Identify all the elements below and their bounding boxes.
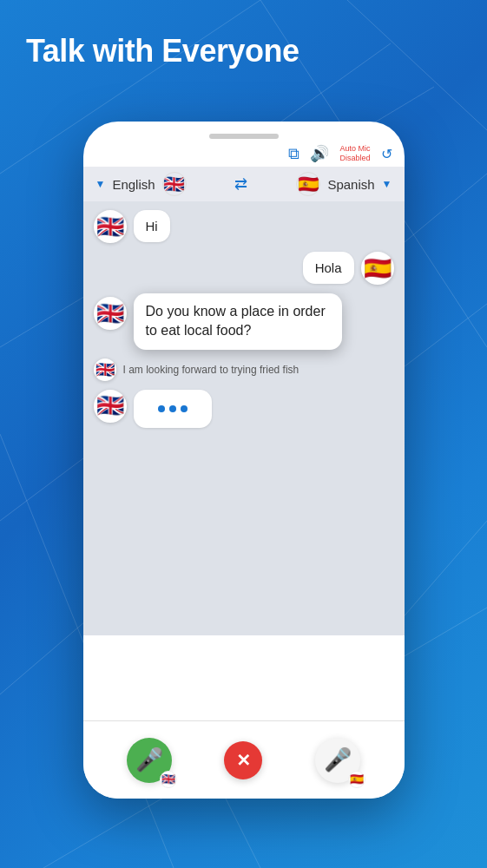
language-bar: ▼ English 🇬🇧 ⇄ 🇪🇸 Spanish ▼ bbox=[83, 167, 405, 201]
page-title: Talk with Everyone bbox=[26, 33, 299, 69]
phone-frame: ⧉ 🔊 Auto Mic Disabled ↺ ▼ English 🇬🇧 ⇄ 🇪… bbox=[83, 122, 405, 799]
dot-1 bbox=[158, 405, 165, 412]
message-text: Hi bbox=[146, 219, 158, 233]
message-text: Do you know a place in order to eat loca… bbox=[146, 304, 326, 338]
dot-2 bbox=[169, 405, 176, 412]
refresh-icon[interactable]: ↺ bbox=[381, 146, 392, 162]
auto-mic-label: Auto Mic Disabled bbox=[339, 144, 370, 163]
source-flag: 🇬🇧 bbox=[162, 172, 187, 196]
table-row: 🇬🇧 Do you know a place in order to eat l… bbox=[94, 293, 394, 350]
source-mic-button[interactable]: 🎤 🇬🇧 bbox=[127, 738, 172, 783]
avatar: 🇬🇧 bbox=[94, 358, 116, 381]
message-bubble-highlight[interactable]: Do you know a place in order to eat loca… bbox=[134, 293, 342, 350]
avatar: 🇬🇧 bbox=[94, 210, 127, 243]
target-language-name: Spanish bbox=[327, 177, 374, 192]
target-language-dropdown[interactable]: Spanish bbox=[327, 177, 374, 192]
source-lang-chevron[interactable]: ▼ bbox=[95, 178, 106, 190]
target-mic-button[interactable]: 🎤 🇪🇸 bbox=[315, 738, 360, 783]
message-text: Hola bbox=[315, 260, 342, 275]
volume-icon[interactable]: 🔊 bbox=[310, 144, 329, 163]
target-flag: 🇪🇸 bbox=[296, 172, 320, 196]
table-row: 🇪🇸 Hola bbox=[94, 252, 394, 285]
phone-toolbar: ⧉ 🔊 Auto Mic Disabled ↺ bbox=[83, 139, 405, 167]
copy-icon[interactable]: ⧉ bbox=[288, 145, 299, 163]
source-language-name: English bbox=[112, 177, 155, 192]
svg-line-9 bbox=[347, 0, 487, 130]
typing-indicator bbox=[146, 398, 200, 419]
swap-icon[interactable]: ⇄ bbox=[194, 174, 290, 194]
typing-bubble bbox=[134, 390, 212, 428]
auto-mic-group: Auto Mic Disabled bbox=[339, 144, 370, 163]
table-row: 🇬🇧 Hi bbox=[94, 210, 394, 243]
mic-icon: 🎤 bbox=[324, 746, 352, 773]
avatar: 🇪🇸 bbox=[361, 252, 394, 285]
target-lang-chevron[interactable]: ▼ bbox=[382, 178, 392, 190]
avatar: 🇬🇧 bbox=[94, 390, 127, 423]
message-bubble[interactable]: Hola bbox=[303, 252, 354, 284]
cancel-button[interactable]: ✕ bbox=[224, 741, 262, 779]
mic-icon: 🎤 bbox=[135, 746, 163, 773]
dot-3 bbox=[181, 405, 188, 412]
sub-message: I am looking forward to trying fried fis… bbox=[123, 364, 299, 376]
target-mic-flag: 🇪🇸 bbox=[348, 771, 365, 788]
typing-row: 🇬🇧 bbox=[94, 390, 394, 428]
avatar: 🇬🇧 bbox=[94, 297, 127, 330]
source-language-dropdown[interactable]: English bbox=[112, 177, 155, 192]
source-mic-flag: 🇬🇧 bbox=[160, 771, 177, 788]
bottom-bar: 🎤 🇬🇧 ✕ 🎤 🇪🇸 bbox=[83, 720, 405, 799]
cancel-icon: ✕ bbox=[236, 750, 251, 771]
chat-area: 🇬🇧 Hi 🇪🇸 Hola 🇬🇧 Do you know a place in … bbox=[83, 201, 405, 635]
list-item: 🇬🇧 I am looking forward to trying fried … bbox=[94, 358, 394, 381]
message-bubble[interactable]: Hi bbox=[134, 210, 170, 242]
